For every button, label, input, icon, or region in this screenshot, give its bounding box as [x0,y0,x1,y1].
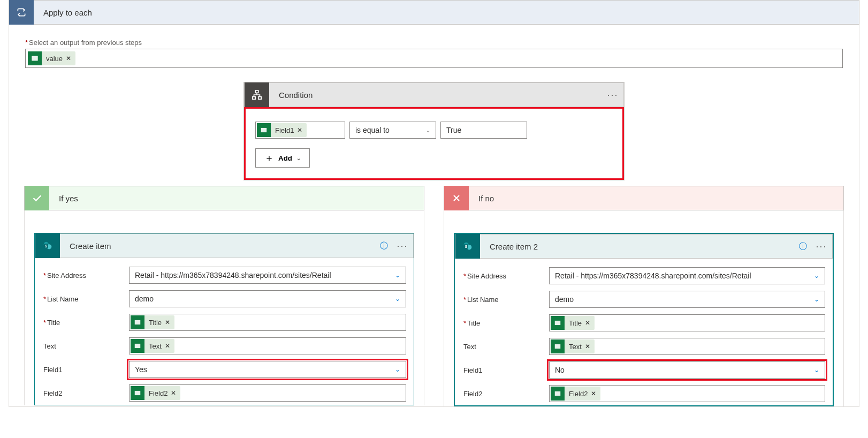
field1-label: Field1 [42,366,123,374]
text-token[interactable]: Text✕ [551,339,595,353]
field2-input[interactable]: Field2✕ [129,384,406,402]
apply-to-each-icon [9,0,34,25]
svg-rect-0 [32,56,38,61]
svg-rect-5 [261,128,267,132]
svg-text:S: S [45,244,48,248]
condition-menu[interactable]: ··· [602,89,623,101]
svg-rect-12 [135,391,141,395]
svg-rect-17 [555,321,561,325]
title-label: *Title [42,319,123,327]
field2-label: Field2 [42,389,123,397]
text-input[interactable]: Text✕ [549,338,825,355]
create-item-2-header[interactable]: S Create item 2 ⓘ ··· [455,234,833,259]
excel-icon [551,339,565,353]
remove-token-icon[interactable]: ✕ [165,319,170,326]
title-input[interactable]: Title✕ [549,314,825,331]
if-yes-header[interactable]: If yes [24,186,424,210]
chevron-down-icon: ⌄ [814,296,819,303]
chevron-down-icon: ⌄ [814,366,819,374]
svg-rect-10 [135,320,141,324]
field2-token[interactable]: Field2✕ [131,386,180,400]
site-address-dropdown[interactable]: Retail - https://m365x78394248.sharepoin… [129,267,406,284]
excel-icon [131,339,144,353]
remove-token-icon[interactable]: ✕ [585,343,590,350]
create-item-menu[interactable]: ··· [392,240,413,252]
sharepoint-icon: S [35,233,60,258]
title-input[interactable]: Title✕ [129,314,406,331]
field1-label: Field1 [462,366,543,374]
create-item-2-card: S Create item 2 ⓘ ··· *Site Address Reta… [454,233,834,406]
apply-to-each-header[interactable]: Apply to each [9,0,859,25]
svg-rect-3 [253,97,256,100]
condition-title: Condition [269,90,602,100]
condition-body-highlighted: Field1 ✕ is equal to ⌄ True ＋ Add ⌄ [244,107,624,180]
excel-icon [551,387,565,401]
remove-token-icon[interactable]: ✕ [66,55,71,62]
condition-icon [245,82,269,107]
list-name-label: *List Name [42,295,123,303]
field1-token[interactable]: Field1 ✕ [257,123,307,137]
text-token[interactable]: Text✕ [131,339,174,353]
svg-rect-4 [258,97,262,100]
condition-operator-dropdown[interactable]: is equal to ⌄ [349,122,436,139]
text-label: Text [462,343,543,351]
output-token-input[interactable]: value ✕ [25,49,843,68]
if-no-header[interactable]: If no [444,186,844,210]
list-name-label: *List Name [462,296,543,304]
field2-label: Field2 [462,390,543,398]
condition-right-operand[interactable]: True [440,122,527,139]
svg-rect-2 [255,90,258,93]
remove-token-icon[interactable]: ✕ [165,342,170,350]
title-token[interactable]: Title✕ [551,316,595,330]
x-icon [444,186,469,210]
site-address-label: *Site Address [42,271,123,280]
checkmark-icon [25,186,49,210]
value-token[interactable]: value ✕ [28,51,75,65]
condition-header[interactable]: Condition ··· [244,82,624,107]
sharepoint-icon: S [455,234,480,259]
create-item-card: S Create item ⓘ ··· *Site Address Retail… [34,233,414,405]
text-label: Text [42,342,123,350]
svg-rect-19 [555,391,561,396]
chevron-down-icon: ⌄ [395,295,400,303]
add-condition-button[interactable]: ＋ Add ⌄ [255,148,310,168]
condition-card: Condition ··· Field1 ✕ is equal to ⌄ Tru… [243,82,625,180]
chevron-down-icon: ⌄ [296,155,301,161]
excel-icon [131,315,144,329]
plus-icon: ＋ [264,152,274,164]
chevron-down-icon: ⌄ [395,271,400,279]
site-address-dropdown[interactable]: Retail - https://m365x78394248.sharepoin… [549,267,825,284]
excel-icon [28,51,42,65]
apply-to-each-title: Apply to each [34,8,859,17]
help-icon[interactable]: ⓘ [376,241,392,251]
output-label: *Select an output from previous steps [9,39,859,47]
remove-token-icon[interactable]: ✕ [297,126,302,134]
svg-rect-18 [555,344,561,349]
svg-rect-11 [135,344,141,348]
create-item-header[interactable]: S Create item ⓘ ··· [35,233,414,258]
svg-text:S: S [465,245,468,248]
excel-icon [131,386,144,400]
list-name-dropdown[interactable]: demo⌄ [129,290,406,307]
chevron-down-icon: ⌄ [426,127,430,133]
field1-dropdown[interactable]: No⌄ [549,361,825,379]
if-no-branch: If no S Create item 2 ⓘ ··· *Site Addres… [444,186,844,406]
remove-token-icon[interactable]: ✕ [171,389,176,397]
site-address-label: *Site Address [462,272,543,280]
excel-icon [551,316,565,330]
help-icon[interactable]: ⓘ [795,241,811,252]
remove-token-icon[interactable]: ✕ [585,319,590,327]
field2-input[interactable]: Field2✕ [549,385,825,402]
chevron-down-icon: ⌄ [814,272,819,280]
if-yes-branch: If yes S Create item ⓘ ··· *Site Address [24,186,424,406]
create-item-2-menu[interactable]: ··· [811,241,832,252]
chevron-down-icon: ⌄ [395,366,400,373]
text-input[interactable]: Text✕ [129,337,406,354]
field2-token[interactable]: Field2✕ [551,387,600,401]
field1-dropdown[interactable]: Yes⌄ [129,361,406,378]
title-label: *Title [462,319,543,327]
remove-token-icon[interactable]: ✕ [591,390,596,397]
list-name-dropdown[interactable]: demo⌄ [549,291,825,308]
title-token[interactable]: Title✕ [131,315,174,329]
condition-left-operand[interactable]: Field1 ✕ [255,122,345,139]
